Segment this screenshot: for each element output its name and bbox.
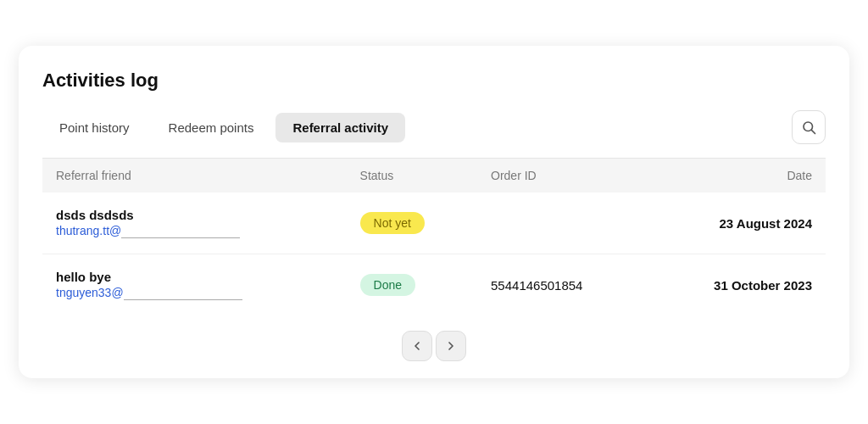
friend-name-1: dsds dsdsds [56, 208, 333, 222]
cell-date-1: 23 August 2024 [647, 192, 826, 254]
email-prefix-1: thutrang.tt@ [56, 224, 121, 237]
friend-name-2: hello bye [56, 270, 333, 284]
email-input-2[interactable] [124, 286, 242, 300]
tab-referral-activity[interactable]: Referral activity [275, 113, 405, 142]
cell-status-2: Done [347, 254, 477, 316]
cell-date-2: 31 October 2023 [647, 254, 826, 316]
tabs-row: Point history Redeem points Referral act… [42, 110, 826, 144]
order-id-value-2: 5544146501854 [491, 278, 582, 293]
col-status: Status [347, 159, 477, 192]
chevron-left-icon [410, 339, 424, 353]
pagination-next-button[interactable] [436, 331, 466, 361]
table-header-row: Referral friend Status Order ID Date [42, 159, 826, 192]
activities-log-card: Activities log Point history Redeem poin… [19, 46, 849, 378]
cell-order-id-2: 5544146501854 [477, 254, 647, 316]
pagination [42, 331, 826, 361]
cell-friend-2: hello bye tnguyen33@ [42, 254, 347, 316]
svg-line-1 [811, 130, 815, 133]
tab-point-history[interactable]: Point history [42, 113, 147, 142]
col-order-id: Order ID [477, 159, 647, 192]
search-icon [801, 120, 816, 135]
friend-email-2: tnguyen33@ [56, 286, 333, 300]
page-title: Activities log [42, 70, 826, 92]
pagination-prev-button[interactable] [402, 331, 432, 361]
status-badge-2: Done [360, 274, 415, 296]
col-date: Date [647, 159, 826, 192]
search-button[interactable] [792, 110, 826, 144]
email-input-1[interactable] [121, 224, 240, 238]
tabs-container: Point history Redeem points Referral act… [42, 113, 405, 142]
status-badge-1: Not yet [360, 212, 425, 234]
email-input-wrap-1: thutrang.tt@ [56, 224, 240, 238]
email-input-wrap-2: tnguyen33@ [56, 286, 242, 300]
referral-table: Referral friend Status Order ID Date dsd… [42, 159, 826, 315]
tab-redeem-points[interactable]: Redeem points [152, 113, 271, 142]
friend-email-1: thutrang.tt@ [56, 224, 333, 238]
table-row: hello bye tnguyen33@ Done 5544146501854 … [42, 254, 826, 316]
email-prefix-2: tnguyen33@ [56, 286, 124, 299]
cell-order-id-1 [477, 192, 647, 254]
table-row: dsds dsdsds thutrang.tt@ Not yet 23 Augu… [42, 192, 826, 254]
chevron-right-icon [444, 339, 458, 353]
cell-status-1: Not yet [347, 192, 477, 254]
cell-friend-1: dsds dsdsds thutrang.tt@ [42, 192, 347, 254]
col-referral-friend: Referral friend [42, 159, 347, 192]
